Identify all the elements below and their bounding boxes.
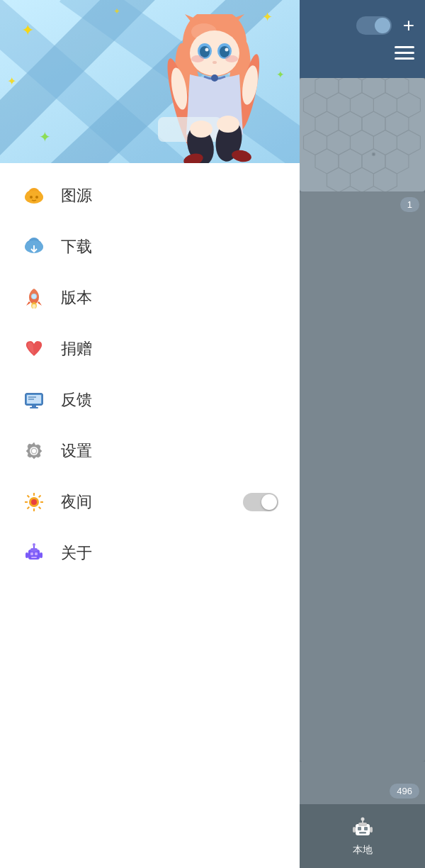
svg-point-57	[33, 304, 36, 308]
night-toggle-container	[243, 493, 278, 511]
svg-rect-82	[30, 552, 33, 555]
svg-rect-123	[359, 832, 366, 834]
right-lower-area: 496	[300, 762, 425, 804]
menu-item-about[interactable]: 关于	[0, 528, 300, 579]
cloud-blue-icon	[21, 234, 47, 260]
svg-text:✦: ✦	[21, 21, 34, 39]
bottom-nav-label: 本地	[353, 844, 373, 857]
svg-line-74	[39, 507, 41, 509]
badge-count-bottom: 496	[390, 784, 419, 799]
svg-rect-84	[31, 557, 37, 558]
menu-label-tuyuan: 图源	[61, 185, 278, 206]
svg-point-120	[361, 818, 364, 821]
menu-item-feedback[interactable]: 反馈	[0, 374, 300, 425]
menu-item-download[interactable]: 下载	[0, 221, 300, 272]
cloud-orange-icon	[21, 183, 47, 208]
svg-point-55	[32, 294, 36, 299]
svg-rect-86	[40, 552, 42, 558]
wallpaper-thumbnail[interactable]	[300, 78, 425, 191]
gear-icon	[21, 438, 47, 464]
svg-rect-90	[300, 78, 425, 191]
svg-line-75	[39, 496, 41, 498]
svg-rect-79	[30, 548, 38, 552]
svg-point-46	[35, 196, 38, 199]
menu-item-night[interactable]: 夜间	[0, 477, 300, 528]
menu-label-about: 关于	[61, 542, 278, 564]
feedback-icon	[21, 387, 47, 413]
add-button[interactable]: +	[403, 14, 414, 37]
sun-icon	[21, 489, 47, 515]
right-header: +	[300, 0, 425, 78]
svg-rect-63	[32, 405, 36, 407]
menu-label-download: 下载	[61, 236, 278, 257]
svg-point-23	[200, 46, 210, 57]
svg-rect-124	[353, 827, 356, 833]
svg-rect-121	[358, 827, 361, 830]
svg-point-116	[372, 152, 375, 155]
menu-label-settings: 设置	[61, 440, 278, 462]
svg-rect-122	[364, 827, 368, 830]
menu-list: 图源 下载	[0, 163, 300, 868]
svg-line-76	[28, 507, 30, 509]
drawer-panel: ✦ ✦ ✦ ✦ ✦ ✦ ✦	[0, 0, 300, 868]
svg-point-81	[33, 543, 35, 546]
svg-rect-125	[370, 827, 373, 833]
svg-text:✦: ✦	[7, 75, 16, 87]
menu-label-donate: 捐赠	[61, 338, 278, 360]
svg-point-28	[225, 55, 238, 62]
svg-point-26	[225, 48, 229, 52]
svg-rect-88	[395, 52, 414, 54]
svg-point-25	[205, 48, 209, 52]
svg-point-38	[190, 121, 212, 138]
svg-point-77	[31, 499, 37, 505]
about-icon	[21, 540, 47, 566]
svg-point-30	[211, 74, 218, 82]
menu-label-feedback: 反馈	[61, 389, 278, 411]
svg-point-27	[191, 55, 204, 62]
menu-label-night: 夜间	[61, 491, 243, 513]
svg-rect-85	[26, 552, 28, 558]
svg-point-44	[25, 191, 43, 204]
menu-item-tuyuan[interactable]: 图源	[0, 170, 300, 221]
menu-item-version[interactable]: 版本	[0, 272, 300, 323]
menu-item-settings[interactable]: 设置	[0, 425, 300, 477]
rocket-icon	[21, 285, 47, 311]
menu-item-donate[interactable]: 捐赠	[0, 323, 300, 374]
hamburger-menu-button[interactable]	[395, 45, 414, 64]
svg-line-73	[28, 496, 30, 498]
svg-point-67	[32, 449, 36, 453]
right-panel: +	[300, 0, 425, 868]
right-content-area: 1	[300, 191, 425, 762]
bottom-nav[interactable]: 本地	[300, 804, 425, 868]
svg-rect-83	[35, 552, 38, 555]
svg-point-29	[212, 61, 217, 64]
svg-point-39	[217, 116, 239, 133]
home-icon	[350, 816, 375, 841]
svg-point-24	[220, 46, 230, 57]
svg-rect-64	[30, 407, 38, 408]
svg-rect-87	[395, 46, 414, 48]
menu-label-version: 版本	[61, 287, 278, 308]
header-toggle[interactable]	[356, 16, 392, 35]
svg-point-20	[190, 30, 239, 76]
night-mode-toggle[interactable]	[243, 493, 278, 511]
svg-rect-89	[395, 57, 414, 60]
badge-count-top: 1	[400, 197, 419, 212]
svg-text:✦: ✦	[113, 6, 120, 16]
banner: ✦ ✦ ✦ ✦ ✦ ✦ ✦	[0, 0, 300, 163]
svg-rect-118	[358, 823, 367, 826]
svg-text:✦: ✦	[39, 129, 51, 145]
heart-icon	[21, 336, 47, 362]
svg-point-45	[30, 196, 33, 199]
